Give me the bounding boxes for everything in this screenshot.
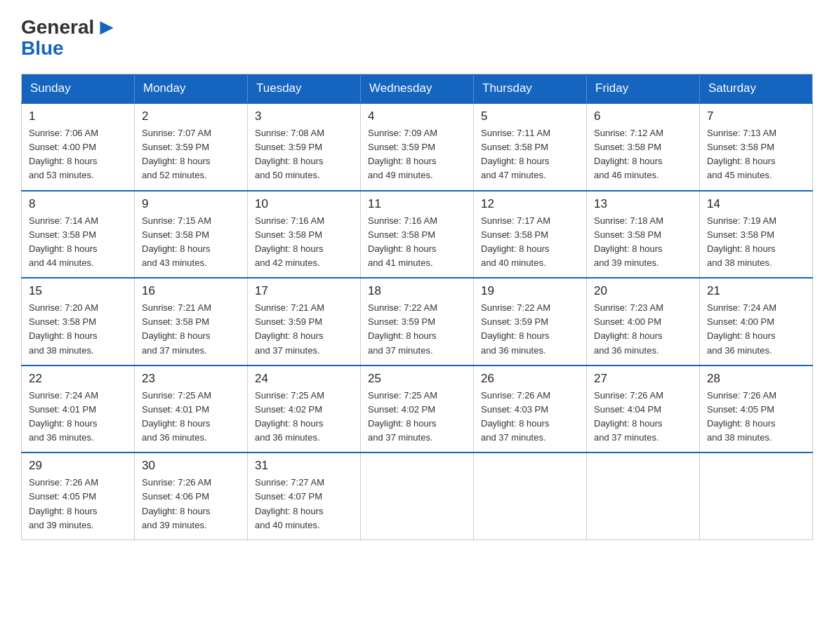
calendar-table: SundayMondayTuesdayWednesdayThursdayFrid… xyxy=(21,74,813,540)
day-info: Sunrise: 7:26 AMSunset: 4:05 PMDaylight:… xyxy=(707,389,805,445)
day-number: 27 xyxy=(594,372,692,386)
calendar-week-2: 8 Sunrise: 7:14 AMSunset: 3:58 PMDayligh… xyxy=(22,191,813,279)
day-info: Sunrise: 7:26 AMSunset: 4:03 PMDaylight:… xyxy=(481,389,579,445)
calendar-cell: 28 Sunrise: 7:26 AMSunset: 4:05 PMDaylig… xyxy=(700,365,813,453)
calendar-cell: 2 Sunrise: 7:07 AMSunset: 3:59 PMDayligh… xyxy=(135,103,248,191)
calendar-cell: 19 Sunrise: 7:22 AMSunset: 3:59 PMDaylig… xyxy=(474,278,587,365)
weekday-header-row: SundayMondayTuesdayWednesdayThursdayFrid… xyxy=(22,74,813,104)
day-number: 6 xyxy=(594,109,692,123)
day-number: 31 xyxy=(255,459,353,473)
calendar-cell: 30 Sunrise: 7:26 AMSunset: 4:06 PMDaylig… xyxy=(135,452,248,539)
day-info: Sunrise: 7:24 AMSunset: 4:00 PMDaylight:… xyxy=(707,301,805,358)
day-info: Sunrise: 7:26 AMSunset: 4:04 PMDaylight:… xyxy=(594,389,692,445)
calendar-cell: 12 Sunrise: 7:17 AMSunset: 3:58 PMDaylig… xyxy=(474,191,587,279)
day-info: Sunrise: 7:25 AMSunset: 4:02 PMDaylight:… xyxy=(368,389,466,445)
calendar-week-3: 15 Sunrise: 7:20 AMSunset: 3:58 PMDaylig… xyxy=(22,278,813,365)
calendar-cell: 6 Sunrise: 7:12 AMSunset: 3:58 PMDayligh… xyxy=(587,103,700,191)
calendar-cell: 24 Sunrise: 7:25 AMSunset: 4:02 PMDaylig… xyxy=(248,365,361,453)
calendar-cell: 17 Sunrise: 7:21 AMSunset: 3:59 PMDaylig… xyxy=(248,278,361,365)
day-info: Sunrise: 7:25 AMSunset: 4:02 PMDaylight:… xyxy=(255,389,353,445)
day-info: Sunrise: 7:13 AMSunset: 3:58 PMDaylight:… xyxy=(707,126,805,183)
calendar-cell: 14 Sunrise: 7:19 AMSunset: 3:58 PMDaylig… xyxy=(700,191,813,279)
calendar-cell: 21 Sunrise: 7:24 AMSunset: 4:00 PMDaylig… xyxy=(700,278,813,365)
calendar-cell: 7 Sunrise: 7:13 AMSunset: 3:58 PMDayligh… xyxy=(700,103,813,191)
day-number: 10 xyxy=(255,197,353,211)
calendar-cell: 26 Sunrise: 7:26 AMSunset: 4:03 PMDaylig… xyxy=(474,365,587,453)
day-number: 2 xyxy=(142,109,240,123)
day-info: Sunrise: 7:25 AMSunset: 4:01 PMDaylight:… xyxy=(142,389,240,445)
day-info: Sunrise: 7:26 AMSunset: 4:05 PMDaylight:… xyxy=(29,476,127,532)
calendar-cell: 29 Sunrise: 7:26 AMSunset: 4:05 PMDaylig… xyxy=(22,452,135,539)
day-info: Sunrise: 7:26 AMSunset: 4:06 PMDaylight:… xyxy=(142,476,240,532)
day-info: Sunrise: 7:20 AMSunset: 3:58 PMDaylight:… xyxy=(29,301,127,358)
day-info: Sunrise: 7:27 AMSunset: 4:07 PMDaylight:… xyxy=(255,476,353,532)
day-info: Sunrise: 7:09 AMSunset: 3:59 PMDaylight:… xyxy=(368,126,466,183)
day-number: 19 xyxy=(481,284,579,298)
calendar-cell: 20 Sunrise: 7:23 AMSunset: 4:00 PMDaylig… xyxy=(587,278,700,365)
calendar-cell: 11 Sunrise: 7:16 AMSunset: 3:58 PMDaylig… xyxy=(361,191,474,279)
calendar-cell: 13 Sunrise: 7:18 AMSunset: 3:58 PMDaylig… xyxy=(587,191,700,279)
day-number: 4 xyxy=(368,109,466,123)
day-number: 25 xyxy=(368,372,466,386)
calendar-cell: 16 Sunrise: 7:21 AMSunset: 3:58 PMDaylig… xyxy=(135,278,248,365)
calendar-cell: 1 Sunrise: 7:06 AMSunset: 4:00 PMDayligh… xyxy=(22,103,135,191)
calendar-cell: 5 Sunrise: 7:11 AMSunset: 3:58 PMDayligh… xyxy=(474,103,587,191)
weekday-header-sunday: Sunday xyxy=(22,74,135,104)
day-number: 26 xyxy=(481,372,579,386)
calendar-cell: 4 Sunrise: 7:09 AMSunset: 3:59 PMDayligh… xyxy=(361,103,474,191)
weekday-header-saturday: Saturday xyxy=(700,74,813,104)
day-info: Sunrise: 7:22 AMSunset: 3:59 PMDaylight:… xyxy=(368,301,466,358)
day-number: 1 xyxy=(29,109,127,123)
day-info: Sunrise: 7:08 AMSunset: 3:59 PMDaylight:… xyxy=(255,126,353,183)
calendar-cell: 10 Sunrise: 7:16 AMSunset: 3:58 PMDaylig… xyxy=(248,191,361,279)
day-number: 20 xyxy=(594,284,692,298)
day-number: 13 xyxy=(594,197,692,211)
calendar-week-1: 1 Sunrise: 7:06 AMSunset: 4:00 PMDayligh… xyxy=(22,103,813,191)
calendar-cell xyxy=(474,452,587,539)
weekday-header-tuesday: Tuesday xyxy=(248,74,361,104)
page-header: General ► Blue xyxy=(21,14,813,60)
calendar-cell xyxy=(587,452,700,539)
day-number: 30 xyxy=(142,459,240,473)
day-info: Sunrise: 7:11 AMSunset: 3:58 PMDaylight:… xyxy=(481,126,579,183)
day-number: 18 xyxy=(368,284,466,298)
calendar-header: SundayMondayTuesdayWednesdayThursdayFrid… xyxy=(22,74,813,104)
day-info: Sunrise: 7:18 AMSunset: 3:58 PMDaylight:… xyxy=(594,214,692,271)
day-info: Sunrise: 7:21 AMSunset: 3:58 PMDaylight:… xyxy=(142,301,240,358)
day-number: 3 xyxy=(255,109,353,123)
day-number: 9 xyxy=(142,197,240,211)
calendar-cell: 18 Sunrise: 7:22 AMSunset: 3:59 PMDaylig… xyxy=(361,278,474,365)
logo: General ► Blue xyxy=(21,14,119,60)
calendar-cell: 3 Sunrise: 7:08 AMSunset: 3:59 PMDayligh… xyxy=(248,103,361,191)
day-number: 8 xyxy=(29,197,127,211)
day-info: Sunrise: 7:19 AMSunset: 3:58 PMDaylight:… xyxy=(707,214,805,271)
day-info: Sunrise: 7:23 AMSunset: 4:00 PMDaylight:… xyxy=(594,301,692,358)
day-info: Sunrise: 7:15 AMSunset: 3:58 PMDaylight:… xyxy=(142,214,240,271)
day-info: Sunrise: 7:14 AMSunset: 3:58 PMDaylight:… xyxy=(29,214,127,271)
logo-general-text: General xyxy=(21,16,94,39)
day-info: Sunrise: 7:24 AMSunset: 4:01 PMDaylight:… xyxy=(29,389,127,445)
day-number: 29 xyxy=(29,459,127,473)
day-info: Sunrise: 7:12 AMSunset: 3:58 PMDaylight:… xyxy=(594,126,692,183)
calendar-cell: 22 Sunrise: 7:24 AMSunset: 4:01 PMDaylig… xyxy=(22,365,135,453)
day-number: 11 xyxy=(368,197,466,211)
day-number: 14 xyxy=(707,197,805,211)
day-info: Sunrise: 7:06 AMSunset: 4:00 PMDaylight:… xyxy=(29,126,127,183)
day-number: 16 xyxy=(142,284,240,298)
day-info: Sunrise: 7:16 AMSunset: 3:58 PMDaylight:… xyxy=(368,214,466,271)
calendar-week-5: 29 Sunrise: 7:26 AMSunset: 4:05 PMDaylig… xyxy=(22,452,813,539)
calendar-cell: 8 Sunrise: 7:14 AMSunset: 3:58 PMDayligh… xyxy=(22,191,135,279)
day-number: 5 xyxy=(481,109,579,123)
day-number: 7 xyxy=(707,109,805,123)
day-number: 21 xyxy=(707,284,805,298)
day-number: 28 xyxy=(707,372,805,386)
day-number: 12 xyxy=(481,197,579,211)
weekday-header-friday: Friday xyxy=(587,74,700,104)
day-number: 24 xyxy=(255,372,353,386)
calendar-cell: 9 Sunrise: 7:15 AMSunset: 3:58 PMDayligh… xyxy=(135,191,248,279)
weekday-header-thursday: Thursday xyxy=(474,74,587,104)
day-info: Sunrise: 7:17 AMSunset: 3:58 PMDaylight:… xyxy=(481,214,579,271)
weekday-header-monday: Monday xyxy=(135,74,248,104)
calendar-cell xyxy=(700,452,813,539)
calendar-cell: 15 Sunrise: 7:20 AMSunset: 3:58 PMDaylig… xyxy=(22,278,135,365)
